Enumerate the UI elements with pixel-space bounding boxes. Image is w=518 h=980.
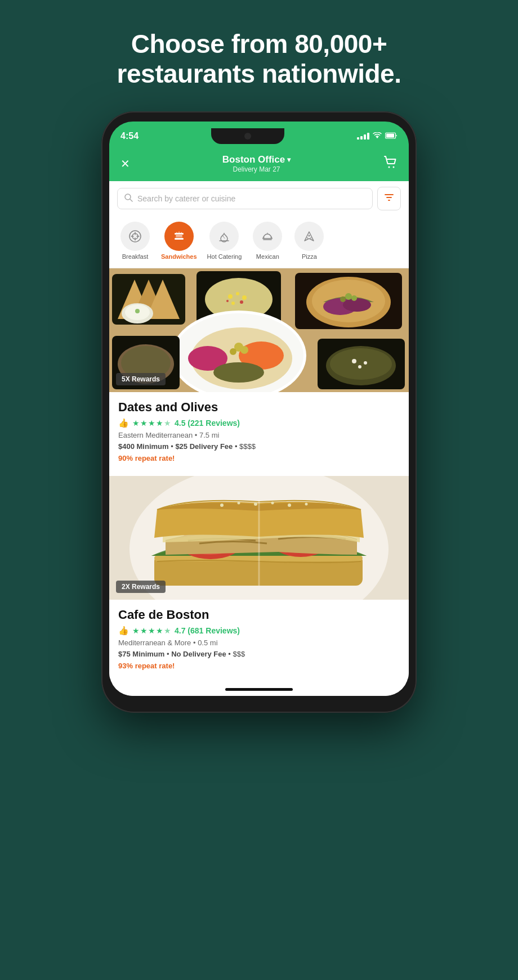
thumbs-up-icon-1: 👍 bbox=[118, 418, 129, 428]
svg-point-28 bbox=[228, 294, 233, 299]
category-mexican[interactable]: Mexican bbox=[247, 219, 288, 262]
svg-point-15 bbox=[307, 237, 308, 239]
location-info[interactable]: Boston Office ▾ Delivery Mar 27 bbox=[222, 154, 291, 173]
mexican-label: Mexican bbox=[256, 253, 279, 260]
close-button[interactable]: ✕ bbox=[120, 157, 130, 170]
phone-frame: 4:54 bbox=[101, 111, 417, 713]
cuisine-info-2: Mediterranean & More • 0.5 mi bbox=[118, 639, 400, 647]
filter-icon bbox=[384, 193, 394, 204]
sandwiches-label: Sandwiches bbox=[161, 253, 197, 260]
svg-rect-12 bbox=[176, 235, 182, 236]
svg-point-31 bbox=[231, 302, 235, 305]
search-placeholder-text: Search by caterer or cuisine bbox=[137, 194, 235, 203]
svg-point-16 bbox=[310, 237, 311, 239]
svg-point-47 bbox=[213, 362, 264, 383]
rating-row-2: 👍 ★★★★★ 4.7 (681 Reviews) bbox=[118, 626, 400, 636]
food-image-cafe-de-boston: 2X Rewards bbox=[109, 476, 409, 600]
svg-point-2 bbox=[388, 166, 390, 168]
signal-icon bbox=[357, 133, 369, 140]
search-bar-area: Search by caterer or cuisine bbox=[109, 181, 409, 216]
restaurant-card-cafe-de-boston[interactable]: 2X Rewards Cafe de Boston 👍 ★★★★★ 4.7 (6… bbox=[109, 476, 409, 679]
food-image-dates-and-olives: 5X Rewards bbox=[109, 268, 409, 392]
status-time: 4:54 bbox=[120, 131, 139, 141]
repeat-rate-2: 93% repeat rate! bbox=[118, 662, 400, 670]
battery-icon bbox=[385, 132, 398, 140]
headline-line2: restaurants nationwide. bbox=[117, 59, 401, 89]
svg-point-72 bbox=[254, 502, 257, 506]
rewards-badge-2: 2X Rewards bbox=[116, 581, 166, 593]
status-bar: 4:54 bbox=[109, 122, 409, 149]
svg-point-56 bbox=[330, 348, 392, 380]
repeat-rate-1: 90% repeat rate! bbox=[118, 454, 400, 462]
svg-point-14 bbox=[309, 235, 310, 236]
svg-point-39 bbox=[345, 293, 352, 300]
home-indicator bbox=[225, 688, 293, 691]
restaurant-name-2: Cafe de Boston bbox=[118, 608, 400, 622]
svg-point-73 bbox=[271, 501, 274, 504]
thumbs-up-icon-2: 👍 bbox=[118, 626, 129, 636]
svg-point-40 bbox=[340, 296, 346, 302]
notch bbox=[211, 128, 284, 144]
svg-point-33 bbox=[226, 300, 229, 302]
svg-point-29 bbox=[236, 292, 239, 295]
restaurant-name-1: Dates and Olives bbox=[118, 400, 400, 415]
mexican-icon-circle bbox=[253, 222, 282, 251]
svg-rect-1 bbox=[386, 133, 394, 137]
breakfast-label: Breakfast bbox=[122, 253, 148, 260]
wifi-icon bbox=[373, 132, 382, 141]
headline-line1: Choose from 80,000+ bbox=[117, 29, 401, 59]
category-breakfast[interactable]: Breakfast bbox=[115, 219, 155, 262]
breakfast-icon-circle bbox=[120, 222, 150, 251]
pizza-label: Pizza bbox=[302, 253, 317, 260]
rating-value-2: 4.7 (681 Reviews) bbox=[175, 626, 240, 635]
restaurant-card-dates-and-olives[interactable]: 5X Rewards Dates and Olives 👍 ★★★★★ 4.5 … bbox=[109, 268, 409, 471]
app-header: ✕ Boston Office ▾ Delivery Mar 27 bbox=[109, 149, 409, 181]
svg-point-59 bbox=[358, 365, 361, 368]
rating-value-1: 4.5 (221 Reviews) bbox=[175, 419, 240, 428]
rewards-badge-1: 5X Rewards bbox=[116, 373, 166, 385]
delivery-date: Delivery Mar 27 bbox=[222, 165, 291, 173]
rating-row-1: 👍 ★★★★★ 4.5 (221 Reviews) bbox=[118, 418, 400, 428]
card-info-dates-and-olives: Dates and Olives 👍 ★★★★★ 4.5 (221 Review… bbox=[109, 392, 409, 471]
svg-point-3 bbox=[392, 166, 394, 168]
svg-point-50 bbox=[240, 346, 248, 354]
status-icons bbox=[357, 132, 398, 141]
search-icon bbox=[124, 194, 133, 204]
hot-catering-label: Hot Catering bbox=[207, 253, 242, 260]
svg-point-32 bbox=[240, 300, 243, 304]
svg-point-75 bbox=[305, 502, 308, 505]
svg-point-49 bbox=[230, 348, 236, 355]
pizza-icon-circle bbox=[294, 222, 324, 251]
svg-point-70 bbox=[220, 504, 224, 507]
svg-rect-13 bbox=[176, 236, 182, 237]
category-pizza[interactable]: Pizza bbox=[289, 219, 329, 262]
cuisine-info-1: Eastern Mediterranean • 7.5 mi bbox=[118, 431, 400, 439]
stars-2: ★★★★★ bbox=[132, 626, 171, 635]
svg-point-41 bbox=[351, 295, 357, 301]
categories-row: Breakfast Sandwiches bbox=[109, 216, 409, 268]
filter-button[interactable] bbox=[377, 187, 401, 210]
hot-catering-icon-circle bbox=[209, 222, 239, 251]
phone-screen: ✕ Boston Office ▾ Delivery Mar 27 bbox=[109, 149, 409, 696]
svg-point-25 bbox=[135, 309, 140, 313]
svg-point-30 bbox=[242, 295, 247, 300]
stars-1: ★★★★★ bbox=[132, 419, 171, 428]
card-info-cafe-de-boston: Cafe de Boston 👍 ★★★★★ 4.7 (681 Reviews)… bbox=[109, 600, 409, 679]
search-input-box[interactable]: Search by caterer or cuisine bbox=[117, 188, 373, 209]
headline: Choose from 80,000+ restaurants nationwi… bbox=[117, 29, 401, 89]
svg-point-74 bbox=[288, 504, 291, 507]
pricing-info-2: $75 Minimum • No Delivery Fee • $$$ bbox=[118, 650, 400, 658]
sandwiches-icon-circle bbox=[164, 222, 194, 251]
location-name-text: Boston Office bbox=[222, 154, 285, 165]
chevron-down-icon: ▾ bbox=[287, 156, 291, 164]
svg-point-38 bbox=[343, 298, 371, 312]
svg-point-57 bbox=[352, 359, 356, 363]
svg-point-71 bbox=[238, 501, 240, 504]
pricing-info-1: $400 Minimum • $25 Delivery Fee • $$$$ bbox=[118, 442, 400, 451]
cart-icon[interactable] bbox=[383, 155, 398, 172]
svg-point-58 bbox=[364, 361, 367, 365]
camera bbox=[244, 133, 251, 140]
category-sandwiches[interactable]: Sandwiches bbox=[157, 219, 202, 262]
category-hot-catering[interactable]: Hot Catering bbox=[203, 219, 247, 262]
svg-rect-11 bbox=[175, 238, 184, 240]
